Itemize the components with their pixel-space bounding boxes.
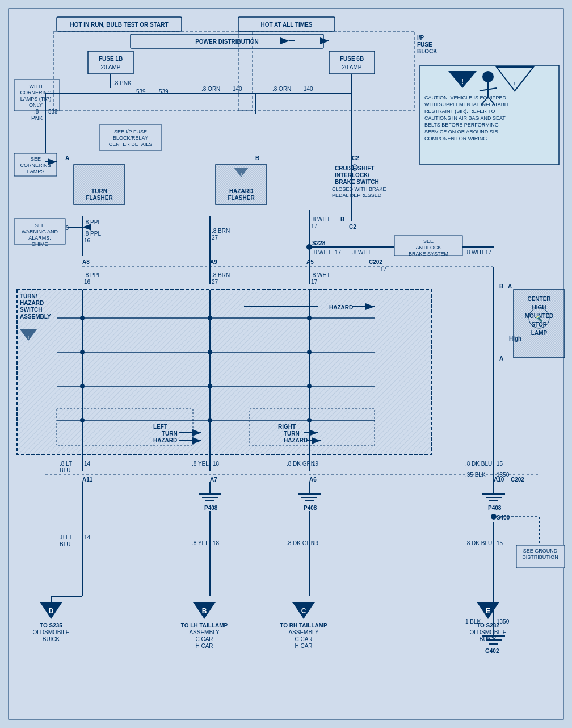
svg-text:BRAKE SWITCH: BRAKE SWITCH	[335, 179, 379, 185]
svg-text:A: A	[508, 283, 512, 290]
svg-text:14: 14	[84, 534, 91, 541]
svg-text:H CAR: H CAR	[295, 643, 312, 649]
svg-point-136	[307, 316, 312, 320]
svg-text:.8 ORN: .8 ORN	[201, 86, 220, 92]
svg-text:A11: A11	[82, 476, 93, 483]
svg-text:16: 16	[84, 279, 91, 285]
svg-text:HAZARD: HAZARD	[20, 300, 44, 306]
svg-point-141	[208, 384, 212, 388]
svg-text:I/P: I/P	[417, 35, 424, 41]
svg-text:BLOCK: BLOCK	[417, 48, 438, 55]
svg-text:CAUTION: VEHICLE IS EQUIPPED: CAUTION: VEHICLE IS EQUIPPED	[424, 95, 507, 101]
svg-text:TURN: TURN	[91, 188, 107, 194]
svg-text:.8 WHT: .8 WHT	[465, 249, 485, 256]
svg-text:HOT IN RUN, BULB TEST OR START: HOT IN RUN, BULB TEST OR START	[70, 22, 168, 28]
svg-text:OLDSMOBILE: OLDSMOBILE	[32, 629, 69, 635]
svg-text:A9: A9	[210, 259, 217, 265]
svg-text:14: 14	[84, 461, 91, 467]
svg-text:WARNING AND: WARNING AND	[22, 229, 58, 235]
svg-text:COMPONENT OR WIRING.: COMPONENT OR WIRING.	[424, 136, 489, 141]
svg-point-140	[80, 384, 85, 388]
svg-text:27: 27	[212, 279, 218, 285]
svg-text:CRUISE/SHIFT: CRUISE/SHIFT	[335, 165, 374, 171]
svg-text:.8 PPL: .8 PPL	[84, 219, 101, 225]
svg-text:.8 YEL: .8 YEL	[192, 461, 209, 467]
svg-text:ANTILOCK: ANTILOCK	[415, 245, 441, 250]
svg-text:WITH SUPPLEMENTAL INFLATABLE: WITH SUPPLEMENTAL INFLATABLE	[424, 102, 511, 107]
svg-text:15: 15	[497, 540, 503, 546]
svg-point-258	[482, 71, 494, 82]
svg-text:H CAR: H CAR	[195, 643, 213, 649]
svg-text:.8: .8	[34, 108, 39, 115]
svg-text:BLOCK/RELAY: BLOCK/RELAY	[113, 135, 148, 141]
svg-text:S228: S228	[312, 240, 326, 246]
diagram-area: HOT IN RUN, BULB TEST OR START HOT AT AL…	[0, 0, 572, 728]
svg-text:C2: C2	[352, 155, 359, 161]
svg-text:ONLY: ONLY	[29, 102, 43, 108]
svg-text:17: 17	[485, 249, 492, 256]
svg-text:18: 18	[213, 461, 220, 467]
svg-text:High: High	[509, 336, 521, 342]
svg-text:D: D	[49, 607, 54, 615]
svg-text:BRAKE SYSTEM: BRAKE SYSTEM	[409, 251, 448, 257]
svg-text:ASSEMBLY: ASSEMBLY	[288, 629, 318, 635]
svg-text:19: 19	[312, 461, 319, 467]
svg-text:ALARMS:: ALARMS:	[28, 235, 51, 241]
svg-text:BELTS BEFORE PERFORMING: BELTS BEFORE PERFORMING	[424, 122, 499, 128]
svg-text:19: 19	[312, 540, 319, 546]
svg-point-134	[80, 316, 85, 320]
svg-text:20 AMP: 20 AMP	[342, 64, 361, 70]
svg-text:SEE GROUND: SEE GROUND	[523, 548, 558, 554]
svg-text:FUSE 6B: FUSE 6B	[340, 56, 364, 62]
svg-point-135	[208, 316, 212, 320]
svg-text:18: 18	[213, 540, 220, 546]
svg-text:140: 140	[304, 86, 313, 92]
svg-text:DISTRIBUTION: DISTRIBUTION	[522, 554, 558, 560]
svg-text:.8 DK GRN: .8 DK GRN	[287, 540, 315, 546]
svg-text:C: C	[301, 607, 306, 615]
svg-point-143	[80, 418, 85, 422]
svg-text:FLASHER: FLASHER	[228, 195, 255, 201]
svg-text:G402: G402	[485, 648, 499, 654]
svg-text:!: !	[28, 334, 30, 340]
svg-rect-116	[17, 290, 431, 454]
svg-text:17: 17	[311, 279, 318, 285]
svg-text:BUICK: BUICK	[480, 636, 497, 642]
svg-text:17: 17	[335, 249, 342, 256]
svg-text:.8 PPL: .8 PPL	[84, 231, 101, 237]
svg-text:.8 PNK: .8 PNK	[113, 80, 132, 86]
svg-text:FUSE 1B: FUSE 1B	[99, 56, 123, 62]
svg-text:A: A	[65, 155, 69, 161]
svg-text:HOT AT ALL TIMES: HOT AT ALL TIMES	[260, 22, 312, 28]
svg-text:POWER DISTRIBUTION: POWER DISTRIBUTION	[195, 39, 259, 45]
svg-text:.8 WHT: .8 WHT	[312, 249, 331, 256]
svg-text:SWITCH: SWITCH	[20, 307, 42, 313]
svg-text:C CAR: C CAR	[295, 636, 312, 642]
svg-text:HAZARD: HAZARD	[153, 437, 177, 444]
svg-text:TURN: TURN	[284, 430, 300, 437]
svg-text:TO S232: TO S232	[477, 622, 499, 629]
svg-text:TURN: TURN	[162, 430, 178, 437]
svg-text:.8 LT: .8 LT	[60, 534, 72, 541]
svg-text:ASSEMBLY: ASSEMBLY	[189, 629, 219, 635]
svg-rect-21	[329, 51, 375, 74]
svg-text:FUSE: FUSE	[417, 41, 432, 48]
svg-text:TO RH TAILLAMP: TO RH TAILLAMP	[280, 622, 327, 629]
svg-text:S400: S400	[497, 514, 510, 521]
svg-text:.8 BRN: .8 BRN	[212, 228, 230, 234]
svg-text:CLOSED WITH BRAKE: CLOSED WITH BRAKE	[332, 186, 386, 192]
svg-text:CHIME: CHIME	[32, 241, 48, 247]
svg-text:P408: P408	[204, 505, 218, 511]
svg-rect-18	[88, 51, 133, 74]
svg-text:B: B	[340, 216, 344, 223]
svg-text:CORNERING: CORNERING	[20, 162, 51, 168]
svg-text:LAMP: LAMP	[531, 330, 548, 336]
svg-text:ASSEMBLY: ASSEMBLY	[20, 313, 51, 320]
svg-point-138	[208, 350, 212, 354]
svg-text:.8 BRN: .8 BRN	[212, 272, 230, 278]
svg-text:17: 17	[380, 266, 387, 273]
svg-text:16: 16	[84, 237, 91, 244]
svg-text:20 AMP: 20 AMP	[100, 64, 120, 70]
svg-text:.35 BLK: .35 BLK	[465, 472, 486, 478]
svg-text:A5: A5	[306, 259, 314, 265]
